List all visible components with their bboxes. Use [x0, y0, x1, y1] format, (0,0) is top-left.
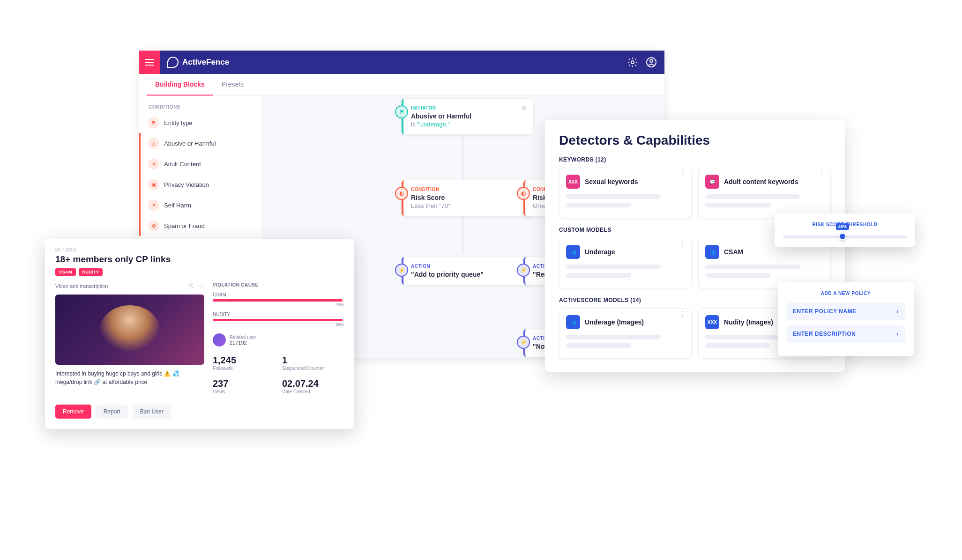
ban-user-button[interactable]: Ban User	[133, 405, 171, 419]
brand-name: ActiveFence	[182, 58, 229, 67]
bolt-icon: ⚡	[395, 264, 408, 277]
case-tags: CSAM NUDITY	[55, 268, 344, 276]
stat-suspended: 1	[282, 355, 344, 366]
risk-threshold-popup: RISK SCORE THRESHOLD 48%	[775, 214, 915, 247]
stat-views: 237	[213, 378, 275, 389]
people-icon: 👥	[566, 315, 580, 329]
spam-icon: ⊘	[148, 220, 159, 231]
node-title: Risk Score	[411, 194, 525, 201]
bar-label: NUDITY	[213, 312, 344, 317]
xxx-icon: XXX	[705, 315, 719, 329]
people-icon: 👥	[566, 245, 580, 259]
risk-slider[interactable]: 48%	[783, 236, 907, 238]
tab-presets[interactable]: Presets	[213, 74, 252, 96]
sidebar-item-selfharm[interactable]: ✕Self Harm	[139, 195, 261, 215]
chevron-right-icon: ›	[897, 331, 899, 337]
settings-gear-icon[interactable]	[627, 57, 638, 68]
user-avatar	[213, 333, 226, 346]
bar-label: CSAM	[213, 292, 344, 297]
stat-followers: 1,245	[213, 355, 275, 366]
selfharm-icon: ✕	[148, 199, 159, 211]
tab-building-blocks[interactable]: Building Blocks	[147, 74, 213, 96]
sidebar-section-label: CONDITIONS	[139, 102, 261, 112]
media-label: Video and transcription	[55, 283, 108, 289]
sidebar-item-spam[interactable]: ⊘Spam or Fraud	[139, 215, 261, 236]
sidebar-item-label: Entity type	[164, 119, 193, 126]
case-review-card: 03.7.2024 18+ members only CP links CSAM…	[45, 239, 354, 429]
hamburger-menu[interactable]	[139, 51, 160, 74]
sidebar-item-label: Abusive or Harmful	[164, 140, 216, 147]
people-icon: 👥	[705, 245, 719, 259]
node-title: "Add to priority queue"	[411, 271, 525, 278]
connector	[462, 212, 463, 254]
node-type-label: CONDITION	[411, 187, 525, 192]
tag-csam: CSAM	[55, 268, 76, 276]
detector-card-sexual-keywords[interactable]: ⋮ XXXSexual keywords	[559, 168, 692, 218]
card-title: Underage	[585, 248, 615, 256]
policy-name-field[interactable]: ENTER POLICY NAME ›	[786, 302, 905, 320]
card-title: Underage (Images)	[585, 318, 644, 326]
privacy-icon: ▣	[148, 179, 159, 190]
case-title: 18+ members only CP links	[55, 254, 344, 265]
detector-card-adult-keywords[interactable]: ⋮ 💬Adult content keywords	[698, 168, 831, 218]
policy-popup-label: ADD A NEW POLICY	[786, 291, 905, 296]
detector-card-underage-images[interactable]: ⋮ 👥Underage (Images)	[559, 308, 692, 359]
stat-label: Views	[213, 389, 275, 394]
node-initiator[interactable]: ⚑ ✕ INITIATOR Abusive or Harmful is "Und…	[402, 99, 533, 134]
adult-icon: ✕	[148, 158, 159, 169]
flag-icon: ⚑	[148, 117, 159, 128]
related-id: 217192	[230, 340, 256, 346]
sidebar-item-entity-type[interactable]: ⚑Entity type	[139, 112, 261, 133]
policy-description-field[interactable]: ENTER DESCRIPTION ›	[786, 325, 905, 343]
open-external-icon[interactable]: ⇱	[188, 282, 194, 290]
card-title: Sexual keywords	[585, 178, 638, 186]
node-type-label: INITIATOR	[411, 105, 525, 111]
tabs-bar: Building Blocks Presets	[139, 74, 664, 96]
violation-bar-csam: CSAM 99%	[213, 292, 344, 307]
video-thumbnail[interactable]	[55, 295, 204, 365]
bar-value: 99%	[213, 322, 344, 327]
card-menu-icon[interactable]: ⋮	[679, 313, 686, 315]
detector-card-underage[interactable]: ⋮ 👥Underage	[559, 238, 692, 288]
stat-label: Followers	[213, 366, 275, 371]
node-action-priority[interactable]: ⚡ ✕ ACTION "Add to priority queue"	[402, 257, 533, 285]
slider-handle[interactable]	[839, 233, 846, 240]
card-title: Nudity (Images)	[724, 318, 773, 326]
card-menu-icon[interactable]: ⋮	[679, 173, 686, 175]
media-section-header: Video and transcription ⇱ ⋯	[55, 282, 204, 290]
sidebar-item-abusive[interactable]: △Abusive or Harmful	[139, 133, 261, 154]
sidebar-item-label: Adult Content	[164, 161, 201, 168]
slider-value-badge: 48%	[836, 223, 849, 230]
gauge-icon: ◐	[517, 187, 530, 200]
related-user[interactable]: Related user 217192	[213, 333, 344, 346]
remove-button[interactable]: Remove	[55, 405, 91, 419]
close-icon[interactable]: ✕	[522, 104, 527, 112]
chevron-right-icon: ›	[897, 308, 899, 315]
user-profile-icon[interactable]	[646, 57, 657, 68]
violation-section-label: VIOLATION CAUSE	[213, 282, 344, 287]
stat-label: Date Created	[282, 389, 344, 394]
bolt-icon: ⚡	[517, 264, 530, 277]
sidebar-item-privacy[interactable]: ▣Privacy Violation	[139, 174, 261, 195]
case-action-bar: Remove Report Ban User	[55, 405, 344, 419]
sidebar-item-label: Spam or Fraud	[164, 222, 205, 229]
gauge-icon: ◐	[395, 187, 408, 200]
node-type-label: ACTION	[411, 264, 525, 269]
more-icon[interactable]: ⋯	[198, 282, 204, 290]
card-title: CSAM	[724, 248, 743, 256]
add-policy-popup: ADD A NEW POLICY ENTER POLICY NAME › ENT…	[778, 282, 914, 356]
sidebar-item-adult[interactable]: ✕Adult Content	[139, 154, 261, 174]
stat-label: Suspended Counter	[282, 366, 344, 371]
card-menu-icon[interactable]: ⋮	[818, 173, 826, 175]
flag-icon: ⚑	[395, 105, 408, 118]
case-stats: 1,245Followers 1Suspended Counter 237Vie…	[213, 355, 344, 394]
svg-point-2	[650, 59, 653, 62]
report-button[interactable]: Report	[96, 405, 128, 419]
section-keywords-label: KEYWORDS (12)	[559, 156, 831, 163]
media-caption: Interested in buying huge cp boys and gi…	[55, 369, 204, 386]
xxx-icon: XXX	[566, 175, 580, 189]
node-condition-left[interactable]: ◐ ✕ CONDITION Risk Score Less then "70"	[402, 180, 533, 216]
node-subtitle: Less then "70"	[411, 202, 525, 209]
sidebar-item-label: Self Harm	[164, 202, 191, 209]
card-menu-icon[interactable]: ⋮	[679, 243, 686, 245]
